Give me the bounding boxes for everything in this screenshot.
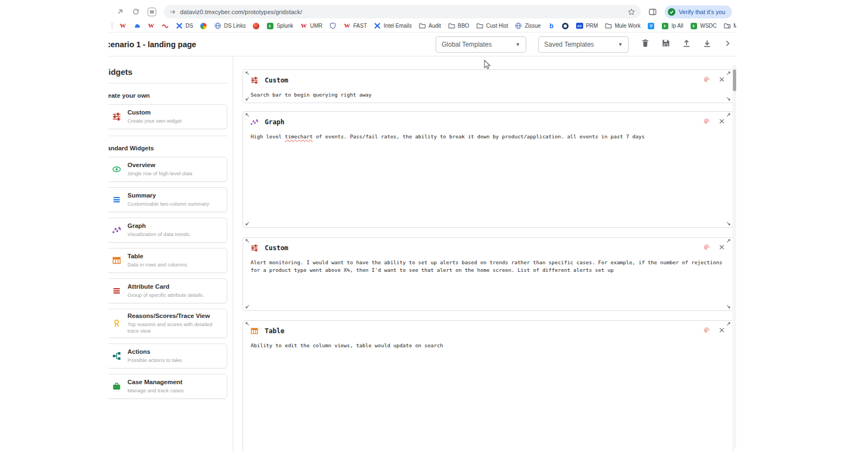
shield-blue-icon: [329, 22, 336, 29]
bookmark-b-blue[interactable]: b: [548, 22, 555, 29]
delete-button[interactable]: [641, 39, 650, 50]
resize-handle-ne-icon[interactable]: ↗: [726, 321, 731, 327]
widget-card-graph-2[interactable]: ↖ ↗ ↙ ↘ Graph High level timechart of ev…: [242, 111, 733, 228]
sidebar-item-overview[interactable]: Overview Single row of high-level data: [108, 157, 227, 182]
bookmark-star-icon[interactable]: [628, 8, 635, 16]
widget-card-custom-3[interactable]: ↖ ↗ ↙ ↘ Custom Alert monitoring. I would…: [242, 237, 733, 311]
card-close-button[interactable]: [718, 326, 725, 336]
bookmark-wave-red[interactable]: [162, 22, 169, 29]
bookmark-v-blue[interactable]: V: [648, 22, 655, 29]
resize-handle-se-icon[interactable]: ↘: [726, 221, 731, 226]
upload-button[interactable]: [682, 39, 691, 50]
bookmark-ml[interactable]: ML: [724, 22, 736, 29]
bookmark-tomato[interactable]: [253, 22, 260, 29]
bookmark-splunk[interactable]: Splunk: [267, 22, 293, 29]
grid-scrollbar[interactable]: [732, 65, 736, 448]
folder-icon: [476, 22, 483, 29]
card-close-button[interactable]: [718, 75, 725, 85]
card-palette-button[interactable]: [703, 243, 710, 253]
workspace-extension-icon[interactable]: W: [148, 8, 156, 16]
chevron-down-icon: ▼: [515, 42, 520, 47]
save-button[interactable]: [661, 39, 671, 50]
resize-handle-nw-icon[interactable]: ↖: [245, 321, 250, 327]
widget-description: Manage and track cases.: [127, 387, 185, 394]
chevron-right-icon[interactable]: [723, 39, 732, 50]
sidebar-item-case-management[interactable]: Case Management Manage and track cases.: [108, 374, 227, 399]
saved-templates-select[interactable]: Saved Templates ▼: [538, 36, 629, 53]
bookmark-bbo[interactable]: BBO: [448, 22, 469, 29]
w-red-icon: W: [343, 22, 350, 29]
sidebar-item-actions[interactable]: Actions Possible actions to take.: [108, 343, 227, 368]
bookmark-fast[interactable]: WFAST: [343, 22, 367, 29]
wave-red-icon: [162, 22, 169, 29]
bookmark-audit[interactable]: Audit: [419, 22, 441, 29]
bookmark-label: Splunk: [277, 23, 293, 29]
bookmark-umr[interactable]: WUMR: [301, 22, 323, 29]
bookmark-ring-navy[interactable]: [562, 22, 569, 29]
card-body-text: High level timechart of events. Pass/fai…: [251, 133, 725, 141]
widget-description: Visualization of data trends.: [127, 231, 191, 238]
bookmark-w-red[interactable]: W: [148, 22, 155, 29]
resize-handle-ne-icon[interactable]: ↗: [726, 71, 731, 76]
bookmark-ip-all[interactable]: Ip All: [662, 22, 684, 29]
reload-icon[interactable]: [132, 8, 140, 16]
bookmark-w-red[interactable]: W: [119, 22, 126, 29]
download-button[interactable]: [703, 39, 712, 50]
bookmark-shield-blue[interactable]: [329, 22, 336, 29]
side-panel-icon[interactable]: [648, 8, 657, 16]
global-templates-select[interactable]: Global Templates ▼: [436, 36, 526, 53]
terminal-green-icon: [690, 22, 697, 29]
folder-icon: [448, 22, 455, 29]
terminal-green-icon: [662, 22, 669, 29]
resize-handle-sw-icon[interactable]: ↙: [245, 96, 250, 101]
resize-handle-ne-icon[interactable]: ↗: [726, 112, 731, 118]
widget-card-table-4[interactable]: ↖ ↗ ↙ ↘ Table Ability to edit the column…: [242, 320, 733, 452]
widget-card-custom-1[interactable]: ↖ ↗ ↙ ↘ Custom Search bar to begin query…: [242, 69, 733, 103]
widget-description: Customizable two-column summary: [127, 201, 209, 207]
verify-identity-pill[interactable]: Verify that it's you: [665, 5, 732, 18]
card-close-button[interactable]: [718, 117, 725, 127]
bookmark-cust-hist[interactable]: Cust Hist: [476, 22, 508, 29]
resize-handle-se-icon[interactable]: ↘: [726, 304, 731, 309]
card-palette-button[interactable]: [703, 75, 710, 85]
bookmark-chrome-circle[interactable]: [200, 22, 207, 29]
scatter-purple-icon: [251, 118, 258, 126]
sidebar-item-attribute-card[interactable]: Attribute Card Group of specific attribu…: [108, 278, 227, 303]
bookmark-zissue[interactable]: Zissue: [515, 22, 540, 29]
resize-handle-nw-icon[interactable]: ↖: [245, 112, 250, 118]
sidebar-item-summary[interactable]: Summary Customizable two-column summary: [108, 187, 227, 212]
palette-pink-icon: [703, 327, 710, 334]
resize-handle-se-icon[interactable]: ↘: [726, 96, 731, 101]
resize-handle-ne-icon[interactable]: ↗: [726, 238, 731, 244]
card-palette-button[interactable]: [703, 326, 710, 336]
share-arrow-icon[interactable]: [116, 8, 124, 16]
w-red-icon: W: [119, 22, 126, 29]
sidebar-divider: [108, 136, 227, 136]
sidebar-item-table[interactable]: Table Data in rows and columns.: [108, 248, 227, 273]
bookmark-ds[interactable]: DS: [176, 22, 193, 29]
bookmark-label: WSDC: [700, 23, 717, 29]
sidebar-item-reasons-scores-trace-view[interactable]: Reasons/Scores/Trace View Top reasons an…: [108, 309, 227, 338]
url-bar[interactable]: dataviz0.tmxcyber.com/prototypes/gridsta…: [164, 5, 641, 18]
bookmarks-overflow-chevron[interactable]: ›: [727, 22, 730, 30]
bookmark-mule-work[interactable]: Mule Work: [605, 22, 641, 29]
card-palette-button[interactable]: [703, 117, 710, 127]
sidebar-item-custom[interactable]: Custom Create your own widget: [108, 104, 227, 129]
resize-handle-sw-icon[interactable]: ↙: [245, 304, 250, 309]
bookmark-ds-links[interactable]: DS Links: [214, 22, 246, 29]
card-close-button[interactable]: [718, 243, 725, 253]
page-title: Scenario 1 - landing page: [108, 40, 196, 49]
resize-handle-nw-icon[interactable]: ↖: [245, 71, 250, 76]
grid-scrollbar-thumb[interactable]: [733, 69, 736, 91]
sidebar-item-graph[interactable]: Graph Visualization of data trends.: [108, 218, 227, 243]
cloud-blue-icon: [133, 22, 141, 29]
bookmark-cloud-blue[interactable]: [133, 22, 141, 29]
bookmark-wsdc[interactable]: WSDC: [690, 22, 717, 29]
bookmark-label: Cust Hist: [486, 23, 508, 29]
bookmark-intel-emails[interactable]: Intel Emails: [374, 22, 412, 29]
bookmark-prm[interactable]: ACPRM: [576, 22, 598, 29]
widget-title: Graph: [127, 222, 191, 230]
resize-handle-sw-icon[interactable]: ↙: [245, 221, 250, 226]
resize-handle-nw-icon[interactable]: ↖: [245, 238, 250, 244]
bookmark-label: BBO: [458, 23, 469, 29]
